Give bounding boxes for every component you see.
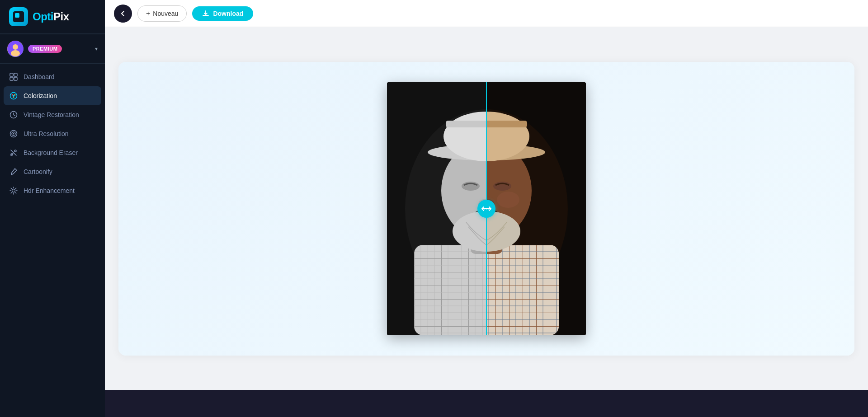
sidebar-item-vintage-restoration[interactable]: Vintage Restoration — [0, 105, 105, 124]
palette-icon — [9, 91, 18, 100]
svg-point-17 — [14, 150, 16, 152]
sidebar-nav: Dashboard Colorization — [0, 64, 105, 417]
svg-rect-6 — [14, 77, 17, 80]
svg-point-8 — [12, 94, 13, 96]
grid-icon — [9, 72, 18, 81]
image-before — [387, 82, 486, 335]
sidebar: OptiPix PREMIUM ▾ Dash — [0, 0, 105, 417]
logo-icon — [9, 7, 28, 26]
canvas-container — [118, 62, 854, 356]
svg-rect-22 — [414, 245, 486, 335]
chevron-down-icon: ▾ — [95, 46, 98, 52]
svg-point-11 — [13, 95, 14, 97]
sidebar-item-ultra-resolution[interactable]: Ultra Resolution — [0, 124, 105, 143]
premium-badge: PREMIUM — [28, 45, 62, 53]
sidebar-item-label-colorization: Colorization — [24, 92, 57, 99]
svg-rect-3 — [10, 73, 13, 76]
svg-rect-32 — [446, 121, 486, 127]
download-button[interactable]: Download — [192, 6, 253, 21]
avatar — [7, 41, 24, 57]
sidebar-item-label-hdr: Hdr Enhancement — [24, 187, 75, 194]
comparison-handle[interactable] — [477, 200, 495, 218]
app-name: OptiPix — [33, 10, 69, 23]
svg-rect-47 — [486, 245, 559, 335]
sidebar-item-label-bg-eraser: Background Eraser — [24, 149, 78, 156]
svg-point-1 — [13, 44, 18, 50]
svg-point-18 — [12, 189, 15, 192]
new-button-label: Nouveau — [153, 10, 178, 17]
svg-point-63 — [488, 208, 489, 209]
user-section[interactable]: PREMIUM ▾ — [0, 34, 105, 63]
target-icon — [9, 129, 18, 138]
sidebar-item-hdr[interactable]: Hdr Enhancement — [0, 181, 105, 200]
svg-rect-52 — [486, 121, 527, 127]
sidebar-item-dashboard[interactable]: Dashboard — [0, 67, 105, 86]
svg-point-60 — [497, 192, 519, 208]
sidebar-item-colorization[interactable]: Colorization — [4, 86, 101, 105]
canvas-area — [105, 27, 868, 390]
sidebar-item-label-dashboard: Dashboard — [24, 73, 55, 80]
svg-point-2 — [11, 50, 20, 56]
sidebar-item-cartoonify[interactable]: Cartoonify — [0, 162, 105, 181]
sidebar-item-label-vintage: Vintage Restoration — [24, 111, 79, 118]
sun-icon — [9, 186, 18, 195]
svg-point-62 — [486, 208, 487, 209]
svg-point-9 — [14, 94, 16, 96]
plus-icon: + — [146, 9, 150, 18]
sidebar-item-background-eraser[interactable]: Background Eraser — [0, 143, 105, 162]
main-content: + Nouveau Download — [105, 0, 868, 417]
bottom-bar — [105, 390, 868, 417]
download-button-label: Download — [213, 10, 243, 17]
logo-area: OptiPix — [0, 0, 105, 34]
brush-icon — [9, 167, 18, 176]
svg-point-61 — [484, 208, 486, 209]
new-button[interactable]: + Nouveau — [137, 5, 187, 22]
image-comparison[interactable] — [387, 82, 586, 335]
scissors-icon — [9, 148, 18, 157]
svg-rect-4 — [14, 73, 17, 76]
clock-icon — [9, 110, 18, 119]
download-icon — [202, 10, 209, 17]
sidebar-item-label-ultra: Ultra Resolution — [24, 130, 69, 137]
back-button[interactable] — [114, 5, 132, 23]
portrait-bw-svg — [387, 82, 486, 335]
arrows-horizontal-icon — [481, 206, 491, 212]
sidebar-item-label-cartoonify: Cartoonify — [24, 168, 52, 175]
portrait-color-svg — [486, 82, 586, 335]
image-after — [486, 82, 586, 335]
svg-point-15 — [13, 133, 14, 135]
toolbar: + Nouveau Download — [105, 0, 868, 27]
svg-rect-5 — [10, 77, 13, 80]
